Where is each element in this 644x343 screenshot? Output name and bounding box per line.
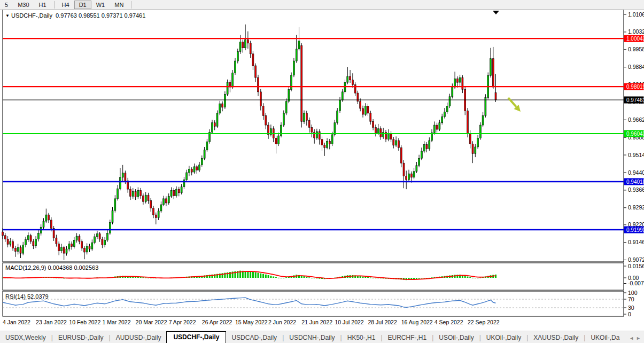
date-axis: 4 Jan 202223 Jan 202210 Feb 20221 Mar 20…: [3, 319, 500, 325]
tab-scroll-left-icon[interactable]: ◄: [629, 336, 634, 341]
timeframe-button-H1[interactable]: H1: [34, 1, 51, 9]
svg-text:21 Jun 2022: 21 Jun 2022: [301, 319, 332, 325]
symbol-tab-eurchf-h1[interactable]: EURCHF-,H1: [383, 332, 432, 343]
svg-text:4 Sep 2022: 4 Sep 2022: [434, 319, 463, 325]
svg-text:0.91993: 0.91993: [626, 227, 644, 233]
svg-text:1.01060: 1.01060: [628, 11, 644, 18]
svg-text:0.94400: 0.94400: [628, 169, 644, 176]
ohlc-close: 0.97461: [125, 12, 146, 19]
svg-text:0.91460: 0.91460: [628, 239, 644, 245]
svg-text:1.00320: 1.00320: [628, 28, 644, 35]
rsi-value: 52.0379: [27, 293, 49, 300]
svg-text:22 Sep 2022: 22 Sep 2022: [468, 319, 500, 325]
svg-text:26 Apr 2022: 26 Apr 2022: [202, 319, 232, 325]
indicator-axes: 0.0156540.00-0.0072510070300: [624, 263, 644, 317]
svg-text:0.98019: 0.98019: [626, 84, 644, 90]
symbol-dropdown-icon[interactable]: ▼: [5, 13, 10, 18]
symbol-tab-eurusd-daily[interactable]: EURUSD-,Daily: [53, 332, 109, 343]
symbol-tab-usdcnh-daily[interactable]: USDCNH-,Daily: [284, 332, 340, 343]
svg-text:0.015654: 0.015654: [628, 263, 644, 269]
svg-text:10 Feb 2022: 10 Feb 2022: [69, 319, 100, 325]
svg-text:0.90720: 0.90720: [628, 256, 644, 263]
svg-text:0.95140: 0.95140: [628, 152, 644, 158]
symbol-tab-xauusd-daily[interactable]: XAUUSD-,Daily: [528, 332, 584, 343]
symbol-tab-bar: USDX,Weekly|EURUSD-,Daily|AUDUSD-,DailyU…: [0, 331, 644, 343]
svg-text:10 Jul 2022: 10 Jul 2022: [335, 319, 363, 325]
svg-text:30: 30: [628, 305, 634, 311]
svg-text:0.98840: 0.98840: [628, 64, 644, 70]
macd-signal-value: 0.002563: [74, 264, 98, 271]
rsi-title: RSI(14): [5, 293, 26, 300]
tab-scroll-right-icon[interactable]: ►: [636, 336, 641, 341]
rsi-header: RSI(14) 52.0379: [5, 293, 49, 300]
timeframe-button-H4[interactable]: H4: [57, 1, 74, 9]
symbol-tab-usoil-daily[interactable]: USOil-,Daily: [433, 332, 479, 343]
timeframe-button-W1[interactable]: W1: [91, 1, 110, 9]
svg-text:-0.00725: -0.00725: [628, 280, 644, 286]
symbol-tab-usdcad-daily[interactable]: USDCAD-,Daily: [226, 332, 282, 343]
svg-text:0.92920: 0.92920: [628, 204, 644, 211]
macd-header: MACD(12,26,9) 0.004368 0.002563: [5, 264, 98, 271]
svg-text:23 Jan 2022: 23 Jan 2022: [36, 319, 67, 325]
svg-text:4 Jan 2022: 4 Jan 2022: [3, 319, 30, 325]
timeframe-button-D1[interactable]: D1: [74, 1, 91, 9]
svg-text:0.93660: 0.93660: [628, 186, 644, 193]
ohlc-low: 0.97371: [102, 12, 123, 19]
price-chart[interactable]: 1.010601.003200.995800.988400.981000.973…: [0, 10, 644, 330]
svg-text:100: 100: [628, 290, 638, 296]
svg-text:0.94018: 0.94018: [626, 179, 644, 185]
svg-text:0.99580: 0.99580: [628, 46, 644, 52]
terminal-window: { "toolbar": {"timeframes": ["5","M30","…: [0, 0, 644, 343]
macd-title: MACD(12,26,9): [5, 264, 46, 271]
symbol-tab-ukoil-daily[interactable]: UKOil-,Daily: [481, 332, 526, 343]
timeframe-button-5[interactable]: 5: [0, 1, 13, 9]
symbol-tab-hk50-h1[interactable]: HK50-,H1: [342, 332, 381, 343]
ohlc-high: 0.98551: [79, 12, 100, 19]
svg-text:0.96043: 0.96043: [626, 131, 644, 137]
toolbar-separator: [131, 1, 131, 9]
macd-main-value: 0.004368: [48, 264, 72, 271]
symbol-tab-usdchf-daily[interactable]: USDCHF-,Daily: [166, 331, 226, 343]
symbol-tab-usdx-weekly[interactable]: USDX,Weekly: [0, 332, 51, 343]
timeframe-button-MN[interactable]: MN: [110, 1, 128, 9]
svg-text:28 Jul 2022: 28 Jul 2022: [368, 319, 397, 325]
timeframe-button-M30[interactable]: M30: [13, 1, 34, 9]
svg-text:1.00043: 1.00043: [626, 36, 644, 42]
svg-text:7 Apr 2022: 7 Apr 2022: [169, 319, 196, 325]
svg-text:0.97461: 0.97461: [626, 97, 644, 103]
ohlc-open: 0.97763: [56, 12, 77, 19]
main-pane[interactable]: [3, 10, 624, 262]
symbol-tab-audusd-daily[interactable]: AUDUSD-,Daily: [111, 332, 167, 343]
chart-header: ▼ USDCHF-,Daily 0.97763 0.98551 0.97371 …: [5, 12, 145, 19]
svg-text:0.96620: 0.96620: [628, 116, 644, 123]
svg-text:16 Aug 2022: 16 Aug 2022: [401, 319, 433, 325]
svg-text:20 Mar 2022: 20 Mar 2022: [136, 319, 167, 325]
symbol-tab-ukoil-da[interactable]: UKOil-,Da: [585, 332, 625, 343]
svg-text:0: 0: [628, 311, 631, 317]
svg-text:1 Mar 2022: 1 Mar 2022: [102, 319, 130, 325]
toolbar-separator: [54, 1, 55, 9]
svg-text:2 Jun 2022: 2 Jun 2022: [268, 319, 296, 325]
svg-text:15 May 2022: 15 May 2022: [235, 319, 268, 325]
chart-symbol-label: USDCHF-,Daily: [11, 12, 52, 19]
timeframe-toolbar: 5M30H1H4D1W1MN: [0, 0, 644, 10]
svg-text:70: 70: [628, 296, 634, 302]
rsi-pane[interactable]: [3, 291, 624, 316]
